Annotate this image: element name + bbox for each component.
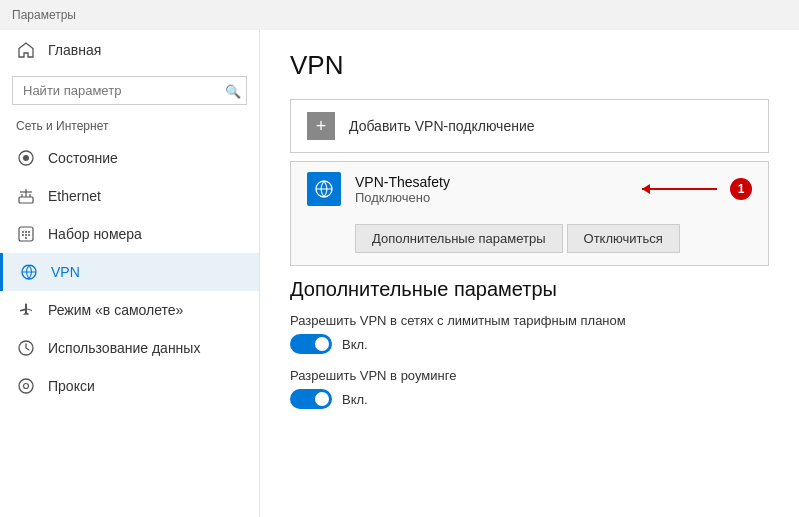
- additional-params-title: Дополнительные параметры: [290, 278, 769, 301]
- page-title: VPN: [290, 50, 769, 81]
- svg-point-17: [19, 379, 33, 393]
- sidebar-item-ethernet[interactable]: Ethernet: [0, 177, 259, 215]
- svg-point-14: [28, 234, 30, 236]
- vpn-name: VPN-Thesafety: [355, 174, 450, 190]
- toggle-on-label-1: Вкл.: [342, 337, 368, 352]
- svg-marker-20: [642, 184, 650, 194]
- sidebar-item-usage[interactable]: Использование данных: [0, 329, 259, 367]
- vpn-connection-header: VPN-Thesafety Подключено 1: [291, 162, 768, 216]
- plus-icon: +: [307, 112, 335, 140]
- dialup-icon: [16, 224, 36, 244]
- vpn-settings-button[interactable]: Дополнительные параметры: [355, 224, 563, 253]
- sidebar-item-airplane[interactable]: Режим «в самолете»: [0, 291, 259, 329]
- red-arrow: [632, 178, 722, 200]
- vpn-nav-icon: [19, 262, 39, 282]
- content-area: VPN + Добавить VPN-подключение VPN-Thesa…: [260, 30, 799, 517]
- svg-rect-2: [19, 197, 33, 203]
- vpn-connection-icon: [307, 172, 341, 206]
- svg-point-9: [22, 231, 24, 233]
- airplane-icon: [16, 300, 36, 320]
- home-icon: [16, 40, 36, 60]
- toggle-wrap-1: Вкл.: [290, 334, 769, 354]
- add-vpn-box[interactable]: + Добавить VPN-подключение: [290, 99, 769, 153]
- svg-point-13: [25, 234, 27, 236]
- sidebar-item-home[interactable]: Главная: [0, 30, 259, 70]
- svg-point-15: [25, 237, 27, 239]
- svg-point-12: [22, 234, 24, 236]
- proxy-icon: [16, 376, 36, 396]
- sidebar-item-dialup-label: Набор номера: [48, 226, 142, 242]
- sidebar-item-vpn[interactable]: VPN: [0, 253, 259, 291]
- toggle-label-1: Разрешить VPN в сетях с лимитным тарифны…: [290, 313, 769, 328]
- vpn-disconnect-button[interactable]: Отключиться: [567, 224, 680, 253]
- sidebar-item-status[interactable]: Состояние: [0, 139, 259, 177]
- annotation-number: 1: [730, 178, 752, 200]
- toggle-on-label-2: Вкл.: [342, 392, 368, 407]
- sidebar-item-status-label: Состояние: [48, 150, 118, 166]
- toggle-2[interactable]: [290, 389, 332, 409]
- svg-point-10: [25, 231, 27, 233]
- vpn-info: VPN-Thesafety Подключено: [355, 174, 450, 205]
- main-layout: Главная 🔍 Сеть и Интернет Состояние: [0, 30, 799, 517]
- sidebar-item-proxy-label: Прокси: [48, 378, 95, 394]
- sidebar-item-dialup[interactable]: Набор номера: [0, 215, 259, 253]
- sidebar-item-airplane-label: Режим «в самолете»: [48, 302, 183, 318]
- search-input[interactable]: [12, 76, 247, 105]
- sidebar-section-label: Сеть и Интернет: [0, 115, 259, 139]
- status-icon: [16, 148, 36, 168]
- search-button[interactable]: 🔍: [225, 83, 241, 98]
- svg-point-1: [23, 155, 29, 161]
- ethernet-icon: [16, 186, 36, 206]
- vpn-buttons: Дополнительные параметры Отключиться: [291, 216, 768, 265]
- usage-icon: [16, 338, 36, 358]
- vpn-connection-box: VPN-Thesafety Подключено 1: [290, 161, 769, 266]
- toggle-label-2: Разрешить VPN в роуминге: [290, 368, 769, 383]
- sidebar-home-label: Главная: [48, 42, 101, 58]
- toggle-row-2: Разрешить VPN в роуминге Вкл.: [290, 368, 769, 409]
- sidebar-item-vpn-label: VPN: [51, 264, 80, 280]
- sidebar-item-ethernet-label: Ethernet: [48, 188, 101, 204]
- search-box: 🔍: [12, 76, 247, 105]
- top-bar: Параметры: [0, 0, 799, 30]
- toggle-row-1: Разрешить VPN в сетях с лимитным тарифны…: [290, 313, 769, 354]
- sidebar: Главная 🔍 Сеть и Интернет Состояние: [0, 30, 260, 517]
- svg-point-18: [24, 384, 29, 389]
- vpn-status: Подключено: [355, 190, 450, 205]
- sidebar-item-proxy[interactable]: Прокси: [0, 367, 259, 405]
- add-vpn-label: Добавить VPN-подключение: [349, 118, 535, 134]
- arrow-annotation: 1: [632, 178, 752, 200]
- toggle-wrap-2: Вкл.: [290, 389, 769, 409]
- sidebar-item-usage-label: Использование данных: [48, 340, 200, 356]
- top-bar-label: Параметры: [12, 8, 76, 22]
- toggle-1[interactable]: [290, 334, 332, 354]
- svg-point-11: [28, 231, 30, 233]
